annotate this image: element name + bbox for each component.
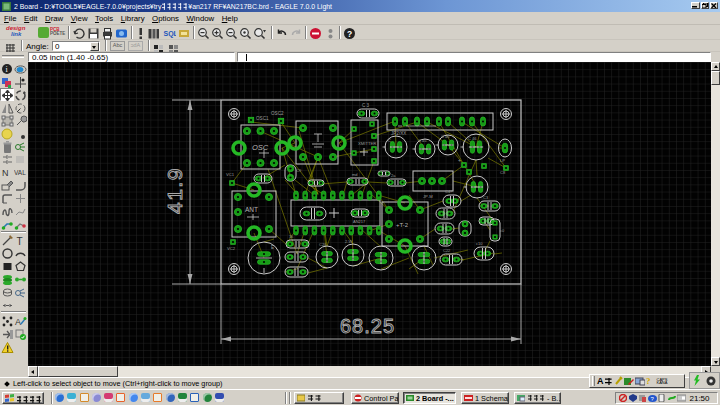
svg-text:XMITTER: XMITTER — [358, 141, 376, 146]
svg-text:c10: c10 — [476, 241, 483, 246]
svg-text:OSC: OSC — [252, 143, 269, 152]
svg-text:A: A — [15, 317, 21, 327]
svg-text:C22: C22 — [443, 248, 451, 253]
svg-text:SQL: SQL — [164, 30, 177, 38]
svg-text:C4?: C4? — [445, 189, 453, 194]
svg-text:C 46: C 46 — [468, 136, 477, 141]
svg-text:E: E — [271, 245, 274, 250]
svg-text:ANT: ANT — [245, 206, 258, 213]
svg-text:C 3: C 3 — [362, 103, 370, 108]
svg-text:C 46: C 46 — [441, 134, 450, 139]
svg-text:VAL: VAL — [14, 169, 26, 176]
svg-text:LP: LP — [500, 158, 505, 163]
svg-text:C20: C20 — [319, 242, 327, 247]
svg-text:3k: 3k — [289, 234, 293, 239]
svg-text:C9: C9 — [296, 168, 302, 173]
svg-text:C8: C8 — [500, 170, 506, 175]
svg-text:+T-2: +T-2 — [396, 222, 409, 228]
svg-text:OSC1: OSC1 — [256, 116, 269, 121]
svg-text:JP-M: JP-M — [423, 194, 433, 199]
svg-text:VC1: VC1 — [226, 172, 235, 177]
svg-text:md: md — [352, 172, 358, 177]
svg-text:N: N — [2, 168, 9, 178]
svg-text:41.9: 41.9 — [163, 167, 186, 214]
svg-text:VC2: VC2 — [227, 246, 236, 251]
svg-text:2a: 2a — [391, 173, 396, 178]
svg-text:T: T — [17, 236, 23, 247]
svg-text:OSC2: OSC2 — [271, 111, 284, 116]
svg-text:AN217: AN217 — [353, 219, 366, 224]
svg-text:C: C — [388, 138, 391, 143]
svg-text:?: ? — [646, 376, 651, 386]
svg-text:C 45: C 45 — [418, 138, 427, 143]
svg-text:C3: C3 — [483, 195, 489, 200]
svg-text:+: + — [458, 157, 461, 163]
svg-text:?: ? — [347, 29, 352, 39]
svg-text:68.25: 68.25 — [340, 315, 395, 337]
svg-text:2-W: 2-W — [345, 239, 353, 244]
svg-text:JP2/XX: JP2/XX — [391, 131, 406, 136]
